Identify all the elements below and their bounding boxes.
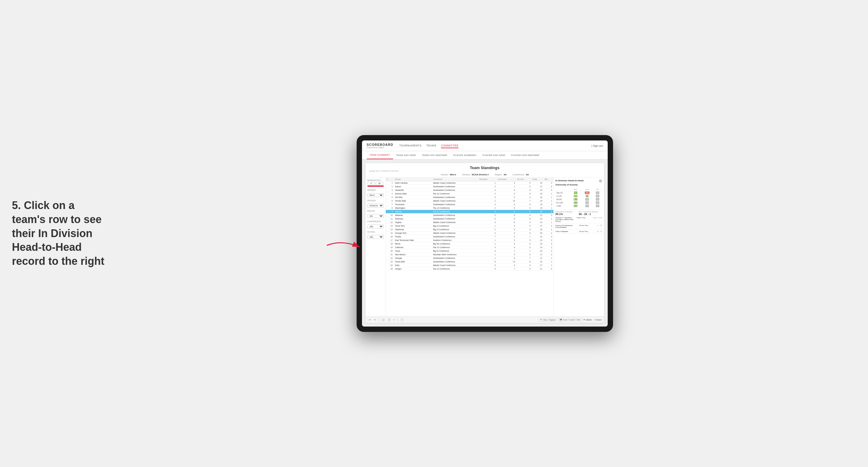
table-row[interactable]: 10 Alabama Southeastern Conference 5 8 8…	[386, 214, 553, 217]
table-row[interactable]: 13 Texas Tech Big 12 Conference 1 9 5 27…	[386, 224, 553, 228]
table-row[interactable]: 6 Florida State Atlantic Coast Conferenc…	[386, 199, 553, 203]
rank-cell: 17	[386, 239, 394, 242]
no-tour-cell: 8	[516, 217, 532, 221]
nav-committee[interactable]: COMMITTEE	[441, 144, 459, 148]
min-rounds-slider[interactable]	[367, 186, 384, 187]
rank-cell: 24	[386, 263, 394, 267]
h2h-col-tie: Tie	[593, 188, 602, 191]
save-custom-label: Save Custom View	[563, 319, 581, 321]
win-cell: 2	[544, 228, 553, 231]
min-rounds-max-input[interactable]	[376, 182, 383, 185]
toolbar-sep-1	[379, 318, 379, 322]
h2h-table-row: >100 27 0 0	[556, 204, 602, 208]
no-tour-cell: 5	[516, 267, 532, 271]
win-cell: 2	[544, 231, 553, 235]
table-row[interactable]: 14 Oklahoma Big 12 Conference 2 9 6 26 2	[386, 228, 553, 231]
rnds-cell: 27	[532, 263, 543, 267]
reg-rank-cell: 4	[478, 192, 497, 196]
min-rounds-label: Minimum Rou...	[367, 179, 384, 181]
h2h-table: Win Loss Tie Top 10 3 13 0 11-25 11 8	[556, 188, 602, 208]
view-original-button[interactable]: 👁 View: Original	[538, 318, 557, 321]
share-button[interactable]: ↗ Share	[594, 319, 602, 321]
rnds-cell: 18	[532, 203, 543, 206]
table-row[interactable]: 24 Duke Atlantic Coast Conference 5 9 6 …	[386, 263, 553, 267]
rnds-cell: 23	[532, 210, 543, 214]
table-row[interactable]: 21 New Mexico Mountain West Conference 1…	[386, 253, 553, 256]
conference-cell: Southeastern Conference	[432, 196, 478, 199]
conf-rank-cell: 9	[497, 228, 516, 231]
table-row[interactable]: 15 Georgia Tech Atlantic Coast Conferenc…	[386, 231, 553, 235]
col-reg-rank: Reg Rank	[478, 178, 497, 181]
dashboard-body: Minimum Rou... Gender Men's	[366, 178, 604, 316]
conference-select[interactable]: (All)	[367, 224, 384, 228]
table-row[interactable]: 20 Texas Big 12 Conference 3 7 7 20 2	[386, 249, 553, 253]
no-tour-cell: 5	[516, 181, 532, 185]
h2h-tie-cell: 0	[593, 194, 602, 198]
h2h-tie-cell: 0	[593, 204, 602, 208]
school-cell: Texas Tech	[394, 224, 432, 228]
table-row[interactable]: 17 East Tennessee State Southern Confere…	[386, 239, 553, 242]
conference-cell: Southeastern Conference	[432, 235, 478, 239]
school-cell: Auburn	[394, 185, 432, 188]
paste-button[interactable]: 📋	[387, 318, 392, 321]
win-cell: 2	[544, 253, 553, 256]
sub-nav-team-h2h-heatmap[interactable]: TEAM H2H HEATMAP	[419, 151, 451, 159]
school-cell: Texas A&M	[394, 260, 432, 263]
gender-filter: Gender Men's	[367, 189, 384, 197]
save-custom-button[interactable]: 💾 Save Custom View	[558, 318, 582, 322]
min-rounds-min-input[interactable]	[367, 182, 375, 185]
table-row[interactable]: 12 Virginia Atlantic Coast Conference 3 …	[386, 221, 553, 224]
table-row[interactable]: 22 Georgia Southeastern Conference 1 8 7…	[386, 256, 553, 260]
table-row[interactable]: 11 Arkansas Southeastern Conference 6 8 …	[386, 217, 553, 221]
undo-button[interactable]: ↩	[368, 318, 372, 321]
rank-cell: 25	[386, 267, 394, 271]
clock-button[interactable]: 🕐	[400, 318, 404, 321]
dashboard-card: Team Standings Update time: 27/03/2024 1…	[366, 163, 604, 323]
rnds-cell: 20	[532, 260, 543, 263]
table-row[interactable]: 25 Oregon Pac-12 Conference 5 7 5 21 0	[386, 267, 553, 271]
conf-rank-cell: 10	[497, 260, 516, 263]
sub-nav-team-summary[interactable]: TEAM SUMMARY	[367, 151, 393, 159]
sign-out-button[interactable]: | Sign out	[592, 144, 603, 147]
nav-tournaments[interactable]: TOURNAMENTS	[399, 144, 422, 148]
table-row[interactable]: 19 California Pac-12 Conference 4 8 6 24…	[386, 246, 553, 249]
school-select[interactable]: (All)	[367, 235, 384, 239]
h2h-panel: In Division Head-to-Head ✕ University of…	[553, 178, 604, 316]
region-filter-label: Region	[367, 210, 384, 212]
nav-teams[interactable]: TEAMS	[426, 144, 437, 148]
sub-nav-team-h2h-grid[interactable]: TEAM H2H GRID	[393, 151, 419, 159]
redo-button[interactable]: ↪	[373, 318, 377, 321]
conf-rank-cell: 8	[497, 221, 516, 224]
sub-nav-player-h2h-grid[interactable]: PLAYER H2H GRID	[480, 151, 508, 159]
no-tour-cell: 5	[516, 239, 532, 242]
col-conference: Conference	[432, 178, 478, 181]
conference-cell: Southeastern Conference	[432, 260, 478, 263]
watch-button[interactable]: 👁 Watch	[583, 319, 592, 321]
h2h-table-row: 26-50 25 2 1	[556, 198, 602, 201]
watch-icon: 👁	[583, 319, 585, 321]
table-row[interactable]: 5 Ole Miss Southeastern Conference 3 6 3…	[386, 196, 553, 199]
table-row[interactable]: 4 Arizona State Pac-12 Conference 4 5 9 …	[386, 192, 553, 196]
add-button[interactable]: +	[393, 318, 396, 321]
table-row[interactable]: 7 Tennessee Southeastern Conference 4 6 …	[386, 203, 553, 206]
table-row[interactable]: 9 Arizona Pac-12 Conference 5 8 6 23 2	[386, 210, 553, 214]
rank-cell: 18	[386, 242, 394, 246]
table-row[interactable]: 1 North Carolina Atlantic Coast Conferen…	[386, 181, 553, 185]
gender-filter-label: Gender	[367, 189, 384, 191]
school-cell: Illinois	[394, 242, 432, 246]
table-row[interactable]: 8 Washington Pac-12 Conference 2 8 3 23 …	[386, 206, 553, 210]
h2h-table-row: 11-25 11 8 0	[556, 194, 602, 198]
region-select[interactable]: N/A	[367, 214, 384, 218]
sub-nav-player-summary[interactable]: PLAYER SUMMARY	[450, 151, 479, 159]
sub-nav-player-h2h-heatmap[interactable]: PLAYER H2H HEATMAP	[508, 151, 543, 159]
table-row[interactable]: 3 Vanderbilt Southeastern Conference 3 8…	[386, 188, 553, 192]
table-row[interactable]: 23 Texas A&M Southeastern Conference 9 1…	[386, 260, 553, 263]
tournament-2-pos: 1	[597, 224, 598, 226]
gender-select[interactable]: Men's	[367, 193, 384, 197]
table-row[interactable]: 16 Florida Southeastern Conference 7 9 7…	[386, 235, 553, 239]
division-select[interactable]: NCAA Division I	[367, 204, 384, 208]
table-row[interactable]: 2 Auburn Southeastern Conference 2 1 9 2…	[386, 185, 553, 188]
h2h-close-button[interactable]: ✕	[599, 179, 602, 183]
table-row[interactable]: 18 Illinois Big Ten Conference 1 9 6 23 …	[386, 242, 553, 246]
copy-button[interactable]: ⬜	[381, 318, 385, 321]
